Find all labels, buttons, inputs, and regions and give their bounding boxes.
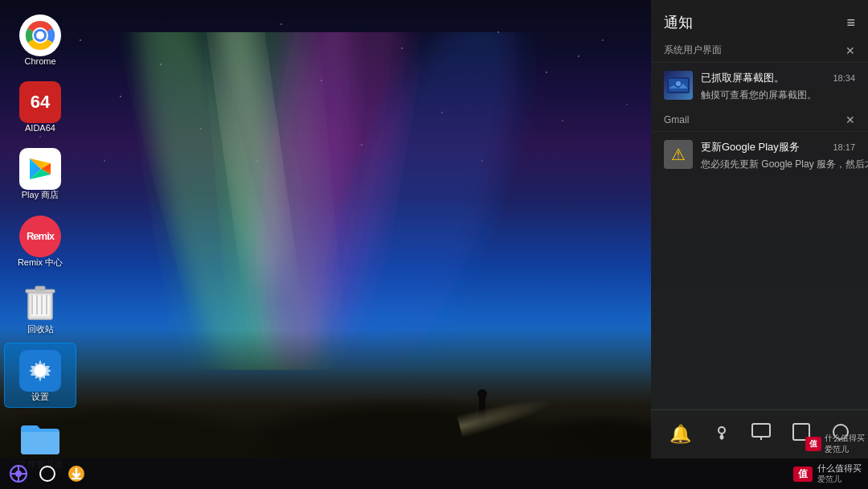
taskbar-left <box>6 462 88 486</box>
notification-title: 通知 <box>664 13 693 32</box>
svg-point-23 <box>676 81 681 86</box>
screenshot-notif-icon <box>664 71 693 100</box>
bell-action-btn[interactable]: 🔔 <box>663 421 698 448</box>
svg-point-10 <box>36 31 44 39</box>
brand-logo-icon: 值 <box>805 437 821 451</box>
play-store-icon <box>19 148 61 190</box>
file-manager-icon <box>19 417 61 459</box>
chrome-icon <box>19 14 61 56</box>
system-ui-section-header: 系统用户界面 ✕ <box>651 40 868 62</box>
gmail-warning-icon: ⚠ <box>664 140 693 169</box>
gmail-notif-time: 18:17 <box>833 142 855 152</box>
aida64-label: AIDA64 <box>25 123 55 134</box>
aida64-icon-item[interactable]: 64 AIDA64 <box>4 75 76 138</box>
recycle-bin-icon <box>19 282 61 324</box>
gmail-notif-header: 更新Google Play服务 18:17 <box>701 140 855 154</box>
svg-point-5 <box>203 32 295 291</box>
settings-label: 设置 <box>31 392 49 402</box>
trash-label: 回收站 <box>27 324 54 335</box>
svg-point-0 <box>113 32 337 370</box>
download-btn[interactable] <box>64 462 88 486</box>
play-store-icon-item[interactable]: Play 商店 <box>4 142 76 205</box>
screenshot-notification[interactable]: 已抓取屏幕截图。 18:34 触摸可查看您的屏幕截图。 <box>651 62 868 110</box>
notification-menu-icon[interactable]: ≡ <box>846 14 855 31</box>
notification-header: 通知 ≡ <box>651 0 868 40</box>
gmail-notif-title: 更新Google Play服务 <box>701 140 800 154</box>
remix-icon-item[interactable]: Remix Remix 中心 <box>4 209 76 273</box>
svg-rect-18 <box>35 286 45 290</box>
location-action-btn[interactable] <box>706 420 737 449</box>
svg-point-6 <box>297 32 555 370</box>
chrome-label: Chrome <box>24 56 55 67</box>
taskbar: 值 什么值得买 爱范儿 <box>0 458 868 489</box>
screenshot-notif-body: 触摸可查看您的屏幕截图。 <box>701 89 817 101</box>
display-action-btn[interactable] <box>745 420 777 449</box>
aida64-icon: 64 <box>19 81 61 123</box>
desktop-icon-bar: Chrome 64 AIDA64 <box>0 0 80 458</box>
gmail-notif-content: 更新Google Play服务 18:17 您必须先更新 Google Play… <box>701 140 855 171</box>
svg-rect-25 <box>752 424 770 437</box>
system-ui-close-btn[interactable]: ✕ <box>845 44 855 57</box>
screenshot-notif-time: 18:34 <box>833 73 855 83</box>
svg-point-36 <box>40 466 55 481</box>
svg-point-1 <box>203 32 343 370</box>
settings-icon-item[interactable]: 设置 <box>4 343 76 408</box>
notification-spacer <box>651 179 868 409</box>
taskbar-watermark: 值 什么值得买 爱范儿 <box>793 458 868 489</box>
screenshot-notif-header: 已抓取屏幕截图。 18:34 <box>701 71 855 85</box>
svg-point-24 <box>719 427 725 434</box>
home-btn[interactable] <box>35 462 59 486</box>
svg-point-4 <box>244 32 368 370</box>
system-ui-section-title: 系统用户界面 <box>664 43 722 57</box>
trash-icon-item[interactable]: 回收站 <box>4 276 76 339</box>
svg-point-31 <box>15 471 22 477</box>
gmail-section-header: Gmail ✕ <box>651 110 868 131</box>
screenshot-thumb <box>664 71 693 100</box>
watermark-overlay: 值 什么值得买爱范儿 <box>805 433 865 455</box>
taskbar-brand-icon: 值 <box>793 466 813 482</box>
gmail-close-btn[interactable]: ✕ <box>845 113 855 126</box>
screenshot-notif-content: 已抓取屏幕截图。 18:34 触摸可查看您的屏幕截图。 <box>701 71 855 102</box>
gmail-section-title: Gmail <box>664 114 689 125</box>
notification-panel: 通知 ≡ 系统用户界面 ✕ 已抓取屏幕截图。 18:34 触摸可查看您的屏幕截图… <box>651 0 868 458</box>
brand-text: 什么值得买爱范儿 <box>825 433 865 455</box>
taskbar-brand-text: 什么值得买 爱范儿 <box>817 463 862 483</box>
chrome-icon-item[interactable]: Chrome <box>4 8 76 72</box>
svg-point-3 <box>243 32 432 370</box>
svg-point-2 <box>108 32 310 370</box>
aurora-effect <box>64 32 563 370</box>
gmail-notif-body: 您必须先更新 Google Play 服务，然后才能... <box>701 158 868 170</box>
remix-center-icon: Remix <box>19 216 61 257</box>
play-store-label: Play 商店 <box>22 190 59 200</box>
remix-taskbar-btn[interactable] <box>6 462 31 486</box>
gmail-notification[interactable]: ⚠ 更新Google Play服务 18:17 您必须先更新 Google Pl… <box>651 131 868 179</box>
gmail-notif-icon: ⚠ <box>664 140 693 169</box>
settings-icon <box>19 350 61 392</box>
remix-label: Remix 中心 <box>18 257 63 268</box>
screenshot-notif-title: 已抓取屏幕截图。 <box>701 71 784 85</box>
